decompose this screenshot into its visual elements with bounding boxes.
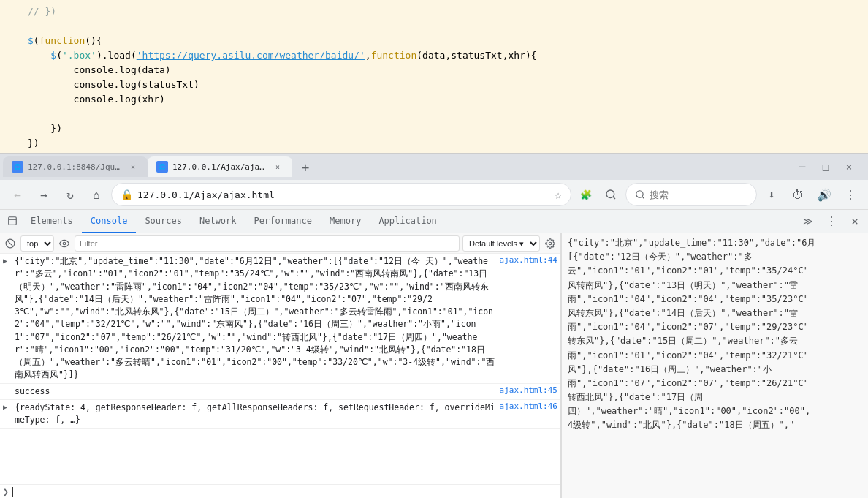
tab-network[interactable]: Network	[191, 210, 245, 233]
code-line-2	[0, 20, 868, 35]
console-entry-xhr-link[interactable]: ajax.html:46	[500, 401, 557, 411]
tab-performance[interactable]: Performance	[245, 210, 321, 233]
tab-elements[interactable]: Elements	[22, 210, 82, 233]
search-box-icon	[635, 189, 645, 200]
bookmark-button[interactable]: ☆	[555, 188, 562, 202]
console-entry-data-link[interactable]: ajax.html:44	[500, 255, 557, 265]
console-entry-xhr-expand-icon[interactable]: ▶	[3, 401, 15, 411]
console-entry-data-msg: {"city":"北京","update_time":"11:30","date…	[15, 255, 500, 382]
devtools-inspector-icon	[7, 216, 18, 226]
svg-line-3	[642, 197, 644, 199]
tab-application[interactable]: Application	[370, 210, 445, 233]
console-entry-expand-icon[interactable]: ▶	[3, 255, 15, 265]
home-button[interactable]: ⌂	[85, 183, 108, 206]
tab-1-label: 127.0.0.1:8848/Jquery/ajax_co	[28, 162, 123, 172]
code-line-1: // })	[0, 6, 868, 20]
console-entry-success-msg: success	[15, 385, 500, 398]
search-box[interactable]	[625, 183, 757, 206]
eye-icon	[59, 238, 69, 249]
code-line-4: $('.box').load('https://query.asilu.com/…	[0, 50, 868, 64]
svg-line-7	[7, 240, 13, 246]
code-text: console.log(data)	[28, 64, 171, 75]
log-level-selector[interactable]: Default levels ▾	[462, 235, 540, 252]
svg-point-9	[549, 242, 552, 245]
close-devtools-button[interactable]: ×	[845, 211, 865, 232]
svg-point-8	[63, 242, 66, 245]
back-button[interactable]: ←	[6, 183, 29, 206]
menu-button[interactable]: ⋮	[839, 183, 862, 206]
tab-2-close-button[interactable]: ×	[272, 161, 283, 173]
code-line-6: console.log(statusTxt)	[0, 79, 868, 94]
lock-icon: 🔒	[121, 189, 133, 200]
svg-point-2	[636, 191, 643, 197]
gear-icon	[545, 238, 555, 249]
console-settings-button[interactable]	[543, 236, 557, 251]
tab-1[interactable]: 🌐 127.0.0.1:8848/Jquery/ajax_co ×	[3, 156, 148, 177]
code-text: console.log(xhr)	[28, 94, 165, 105]
extension-button[interactable]: 🧩	[574, 183, 598, 206]
svg-point-0	[606, 190, 614, 198]
svg-line-1	[613, 197, 615, 199]
console-prompt-icon: ❯	[3, 486, 9, 497]
minimize-button[interactable]: ─	[792, 156, 812, 177]
devtools-more-tabs: ≫ ⋮ ×	[798, 211, 865, 232]
context-selector[interactable]: top	[20, 235, 54, 252]
volume-button[interactable]: 🔊	[812, 183, 836, 206]
devtools-body: top Default levels ▾	[0, 233, 868, 498]
devtools-settings-button[interactable]: ⋮	[821, 211, 842, 232]
code-text: })	[28, 123, 62, 134]
window-controls: ─ □ ×	[792, 156, 865, 177]
code-line-3: $(function(){	[0, 35, 868, 50]
console-output: ▶ {"city":"北京","update_time":"11:30","da…	[0, 254, 560, 484]
code-line-8	[0, 108, 868, 123]
console-entry-success-icon	[3, 385, 15, 387]
svg-rect-4	[9, 216, 17, 225]
nav-extra-buttons: 🧩	[574, 183, 623, 206]
code-text: })	[28, 137, 39, 148]
browser-chrome: 🌐 127.0.0.1:8848/Jquery/ajax_co × 🌐 127.…	[0, 154, 868, 210]
console-entry-success: success ajax.html:45	[0, 384, 560, 400]
tab-2-favicon: 🌐	[156, 161, 168, 173]
json-response-panel: {"city":"北京","update_time":"11:30","date…	[561, 233, 868, 498]
more-tabs-button[interactable]: ≫	[798, 211, 818, 232]
tab-sources[interactable]: Sources	[136, 210, 191, 233]
console-filter-input[interactable]	[75, 235, 460, 252]
console-clear-button[interactable]	[3, 236, 18, 251]
code-text: // })	[28, 6, 56, 17]
code-text: $('.box').load('https://query.asilu.com/…	[28, 50, 537, 61]
download-button[interactable]: ⬇	[760, 183, 783, 206]
eye-button[interactable]	[57, 236, 72, 251]
code-line-9: })	[0, 123, 868, 137]
address-bar[interactable]: 🔒 127.0.0.1/Ajax/ajax.html ☆	[111, 183, 571, 206]
close-window-button[interactable]: ×	[839, 156, 859, 177]
refresh-button[interactable]: ↻	[58, 183, 82, 206]
console-panel: top Default levels ▾	[0, 233, 561, 498]
code-line-7: console.log(xhr)	[0, 94, 868, 108]
code-line-10: })	[0, 137, 868, 152]
tab-2-label: 127.0.0.1/Ajax/ajax.html	[172, 162, 267, 172]
history-button[interactable]: ⏱	[786, 183, 810, 206]
code-line-5: console.log(data)	[0, 64, 868, 79]
clear-console-icon	[5, 238, 15, 249]
code-editor: // }) $(function(){ $('.box').load('http…	[0, 0, 868, 154]
search-icon-btn[interactable]	[599, 183, 623, 206]
console-input-row: ❯	[0, 484, 560, 498]
maximize-button[interactable]: □	[815, 156, 836, 177]
forward-button[interactable]: →	[32, 183, 56, 206]
console-cursor[interactable]	[12, 487, 13, 497]
tab-1-favicon: 🌐	[12, 161, 23, 173]
nav-bar: ← → ↻ ⌂ 🔒 127.0.0.1/Ajax/ajax.html ☆ 🧩	[0, 180, 868, 209]
tab-devtools-toggle[interactable]	[3, 210, 22, 233]
console-entry-data: ▶ {"city":"北京","update_time":"11:30","da…	[0, 254, 560, 384]
search-input[interactable]	[650, 189, 737, 200]
tab-memory[interactable]: Memory	[321, 210, 370, 233]
console-entry-xhr: ▶ {readyState: 4, getResponseHeader: f, …	[0, 400, 560, 429]
new-tab-button[interactable]: +	[295, 156, 316, 177]
code-text: console.log(statusTxt)	[28, 79, 199, 90]
console-entry-xhr-msg: {readyState: 4, getResponseHeader: f, ge…	[15, 401, 500, 427]
tab-bar: 🌐 127.0.0.1:8848/Jquery/ajax_co × 🌐 127.…	[0, 154, 868, 180]
tab-2[interactable]: 🌐 127.0.0.1/Ajax/ajax.html ×	[148, 156, 292, 177]
console-entry-success-link[interactable]: ajax.html:45	[500, 385, 557, 395]
tab-1-close-button[interactable]: ×	[127, 161, 139, 173]
tab-console[interactable]: Console	[82, 210, 137, 233]
